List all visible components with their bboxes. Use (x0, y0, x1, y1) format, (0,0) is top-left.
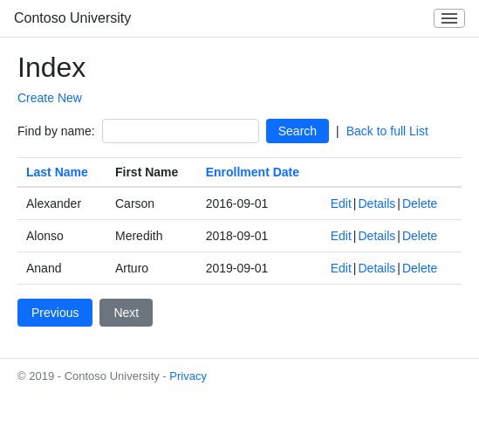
action-delete-link[interactable]: Delete (402, 196, 437, 210)
action-separator: | (353, 196, 357, 210)
cell-enrollment-date: 2018-09-01 (197, 220, 322, 252)
create-new-link[interactable]: Create New (17, 91, 82, 105)
action-delete-link[interactable]: Delete (402, 229, 437, 243)
action-separator: | (397, 261, 400, 275)
footer-privacy-link[interactable]: Privacy (169, 369, 207, 383)
action-delete-link[interactable]: Delete (402, 261, 437, 275)
col-header-actions (322, 158, 462, 188)
cell-last-name: Alexander (17, 187, 106, 220)
back-to-full-list-link[interactable]: Back to full List (346, 124, 428, 138)
toggler-bar-2 (441, 17, 457, 19)
search-label: Find by name: (17, 124, 95, 138)
data-table: Last Name First Name Enrollment Date Ale… (17, 157, 462, 285)
search-input[interactable] (102, 119, 259, 143)
action-details-link[interactable]: Details (359, 261, 396, 275)
search-row: Find by name: Search | Back to full List (17, 119, 462, 143)
toggler-bar-3 (441, 22, 457, 24)
action-separator: | (353, 229, 357, 243)
cell-actions: Edit | Details | Delete (322, 252, 462, 285)
action-details-link[interactable]: Details (359, 196, 396, 210)
navbar-brand: Contoso University (14, 10, 131, 26)
footer-copyright: © 2019 - Contoso University - (17, 369, 169, 383)
page-title: Index (17, 52, 462, 84)
toggler-bar-1 (441, 13, 457, 15)
table-row: AlexanderCarson2016-09-01Edit | Details … (17, 187, 462, 220)
navbar: Contoso University (0, 0, 479, 38)
table-row: AlonsoMeredith2018-09-01Edit | Details |… (17, 220, 462, 252)
main-content: Index Create New Find by name: Search | … (0, 38, 479, 358)
action-links: Edit | Details | Delete (331, 229, 453, 243)
action-edit-link[interactable]: Edit (331, 196, 352, 210)
pagination-row: Previous Next (17, 299, 462, 327)
footer: © 2019 - Contoso University - Privacy (0, 358, 479, 393)
action-edit-link[interactable]: Edit (331, 229, 352, 243)
action-separator: | (397, 229, 400, 243)
action-edit-link[interactable]: Edit (331, 261, 352, 275)
table-row: AnandArturo2019-09-01Edit | Details | De… (17, 252, 462, 285)
col-header-first-name: First Name (106, 158, 197, 188)
cell-actions: Edit | Details | Delete (322, 187, 462, 220)
cell-first-name: Meredith (106, 220, 197, 252)
search-button[interactable]: Search (266, 119, 329, 143)
col-header-last-name: Last Name (17, 158, 106, 188)
search-divider: | (336, 124, 339, 138)
action-separator: | (353, 261, 357, 275)
cell-first-name: Arturo (106, 252, 197, 285)
cell-actions: Edit | Details | Delete (322, 220, 462, 252)
table-header-row: Last Name First Name Enrollment Date (17, 158, 462, 188)
cell-last-name: Anand (17, 252, 106, 285)
cell-last-name: Alonso (17, 220, 106, 252)
cell-first-name: Carson (106, 187, 197, 220)
action-details-link[interactable]: Details (359, 229, 396, 243)
cell-enrollment-date: 2016-09-01 (197, 187, 322, 220)
action-separator: | (397, 196, 400, 210)
action-links: Edit | Details | Delete (331, 261, 453, 275)
action-links: Edit | Details | Delete (331, 196, 453, 210)
col-header-enrollment-date: Enrollment Date (197, 158, 322, 188)
previous-button[interactable]: Previous (17, 299, 92, 327)
navbar-toggler-button[interactable] (434, 9, 465, 28)
cell-enrollment-date: 2019-09-01 (197, 252, 322, 285)
next-button[interactable]: Next (99, 299, 153, 327)
